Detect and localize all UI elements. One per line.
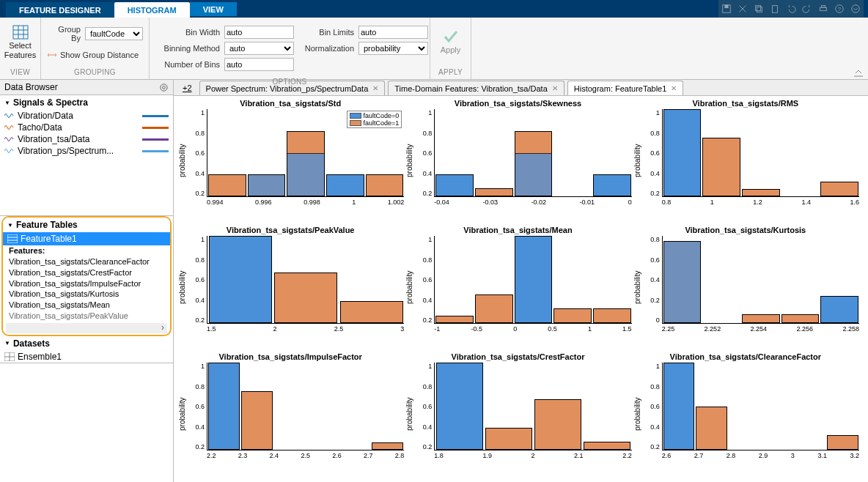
undo-icon[interactable]: [786, 4, 796, 14]
show-group-distance-label: Show Group Distance: [60, 51, 139, 59]
y-ticks: 10.80.60.40.2: [188, 109, 207, 197]
histogram-chart: Vibration_tsa_sigstats/ClearanceFactor p…: [632, 352, 859, 479]
signal-icon: [4, 123, 15, 132]
dataset-icon: [4, 352, 15, 361]
x-ticks: 1.522.53: [188, 324, 404, 333]
show-group-distance-button[interactable]: Show Group Distance: [47, 50, 139, 60]
signal-item[interactable]: Vibration_ps/Spectrum...: [0, 145, 173, 157]
signal-item[interactable]: Vibration_tsa/Data: [0, 133, 173, 145]
group-by-label: Group By: [47, 25, 81, 42]
table-icon: [12, 25, 29, 40]
chart-title: Vibration_tsa_sigstats/PeakValue: [177, 226, 404, 234]
feature-item[interactable]: Vibration_tsa_sigstats/Kurtosis: [9, 289, 164, 300]
binning-method-label: Binning Method: [155, 44, 220, 53]
toolstrip: Select Features VIEW Group By faultCode …: [0, 18, 868, 80]
panel-feature-tables-header[interactable]: Feature Tables: [3, 218, 170, 232]
legend: faultCode=0 faultCode=1: [347, 111, 402, 128]
dropdown-icon[interactable]: [850, 4, 861, 14]
tab-feature-designer[interactable]: FEATURE DESIGNER: [6, 2, 114, 18]
help-icon[interactable]: ?: [834, 4, 845, 14]
paste-icon[interactable]: [770, 4, 780, 14]
select-features-label: Select Features: [4, 41, 36, 59]
signal-swatch: [142, 127, 169, 129]
histogram-chart: Vibration_tsa_sigstats/RMS probability 1…: [632, 99, 859, 226]
plot-area: [207, 363, 404, 451]
chart-title: Vibration_tsa_sigstats/Std: [177, 99, 404, 108]
feature-item[interactable]: Vibration_tsa_sigstats/CrestFactor: [9, 267, 164, 278]
y-axis-label: probability: [177, 109, 188, 212]
close-icon[interactable]: ✕: [552, 84, 558, 92]
y-ticks: 10.80.60.40.2: [415, 236, 434, 324]
tab-histogram[interactable]: HISTOGRAM: [114, 2, 190, 18]
table-small-icon: [7, 234, 18, 243]
quick-access-toolbar: ?: [718, 0, 864, 18]
histogram-chart: Vibration_tsa_sigstats/ImpulseFactor pro…: [177, 352, 404, 479]
svg-point-9: [852, 5, 860, 13]
signal-item[interactable]: Vibration/Data: [0, 110, 173, 122]
plot-area: [434, 109, 631, 197]
panel-datasets-header[interactable]: Datasets: [0, 336, 173, 351]
binning-method-select[interactable]: auto: [224, 42, 294, 55]
histogram-chart: Vibration_tsa_sigstats/Std probability 1…: [177, 99, 404, 226]
toolstrip-collapse[interactable]: [853, 18, 864, 80]
svg-rect-5: [820, 7, 827, 10]
feature-table-selected[interactable]: FeatureTable1: [3, 232, 170, 245]
signal-swatch: [142, 115, 169, 117]
x-ticks: 0.9940.9960.99811.002: [188, 197, 404, 206]
svg-rect-17: [7, 234, 18, 243]
histogram-grid: Vibration_tsa_sigstats/Std probability 1…: [174, 96, 868, 482]
cut-icon[interactable]: [738, 4, 748, 14]
y-axis-label: probability: [632, 236, 643, 338]
bin-width-input[interactable]: [224, 26, 294, 39]
num-bins-input[interactable]: [224, 58, 294, 71]
select-features-button[interactable]: Select Features: [1, 23, 39, 60]
bin-limits-input[interactable]: [358, 26, 428, 39]
bin-limits-label: Bin Limits: [298, 28, 354, 37]
y-axis-label: probability: [177, 363, 188, 465]
chart-title: Vibration_tsa_sigstats/RMS: [632, 99, 859, 108]
doctab-histogram[interactable]: Histogram: FeatureTable1✕: [567, 81, 684, 95]
y-ticks: 10.80.60.40.2: [643, 363, 662, 451]
feature-item[interactable]: Vibration_tsa_sigstats/ClearanceFactor: [9, 256, 164, 267]
panel-signals-header[interactable]: Signals & Spectra: [0, 95, 173, 110]
x-ticks: 2.252.2522.2542.2562.258: [643, 324, 859, 333]
chart-title: Vibration_tsa_sigstats/Skewness: [404, 99, 631, 108]
print-icon[interactable]: [818, 4, 828, 14]
y-ticks: 10.80.60.40.2: [643, 109, 662, 197]
feature-item[interactable]: Vibration_tsa_sigstats/ImpulseFactor: [9, 278, 164, 289]
horizontal-scrollbar[interactable]: [6, 323, 167, 333]
copy-icon[interactable]: [754, 4, 764, 14]
signal-icon: [4, 111, 15, 120]
y-axis-label: probability: [632, 109, 643, 212]
svg-rect-3: [757, 7, 762, 12]
svg-rect-6: [821, 6, 825, 8]
redo-icon[interactable]: [802, 4, 812, 14]
plot-area: [662, 363, 859, 451]
group-by-select[interactable]: faultCode: [85, 27, 143, 40]
chart-title: Vibration_tsa_sigstats/ImpulseFactor: [177, 352, 404, 361]
svg-rect-4: [773, 6, 778, 13]
apply-button[interactable]: Apply: [438, 28, 464, 56]
section-options-title: OPTIONS: [150, 76, 430, 89]
signal-item[interactable]: Tacho/Data: [0, 122, 173, 133]
tab-view[interactable]: VIEW: [190, 2, 237, 16]
normalization-select[interactable]: probability: [358, 42, 428, 55]
svg-rect-2: [756, 6, 761, 11]
feature-item[interactable]: Vibration_tsa_sigstats/PeakValue: [9, 311, 164, 322]
y-axis-label: probability: [177, 236, 188, 338]
section-view-title: VIEW: [0, 67, 40, 79]
chart-title: Vibration_tsa_sigstats/CrestFactor: [404, 352, 631, 361]
signal-label: Tacho/Data: [18, 122, 62, 133]
plot-area: [207, 236, 404, 324]
normalization-label: Normalization: [298, 44, 354, 53]
close-icon[interactable]: ✕: [671, 84, 677, 92]
chart-title: Vibration_tsa_sigstats/Mean: [404, 226, 631, 234]
x-ticks: 2.22.32.42.52.62.72.8: [188, 451, 404, 459]
data-browser-title: Data Browser: [4, 82, 58, 92]
plot-area: [434, 363, 631, 451]
bin-width-label: Bin Width: [155, 28, 220, 37]
signal-label: Vibration_ps/Spectrum...: [18, 146, 114, 156]
feature-item[interactable]: Vibration_tsa_sigstats/Mean: [9, 300, 164, 311]
save-icon[interactable]: [721, 4, 732, 14]
dataset-item[interactable]: Ensemble1: [0, 351, 173, 363]
